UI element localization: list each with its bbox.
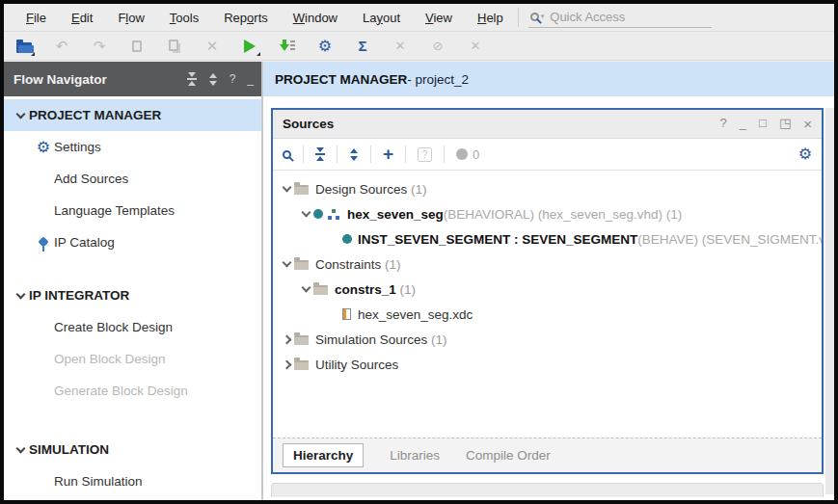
sidebar-item-label: Run Simulation	[54, 474, 143, 489]
collapse-all-icon[interactable]	[315, 153, 325, 155]
flow-navigator-header: Flow Navigator ? _	[4, 62, 261, 96]
tree-row-constrs-1[interactable]: constrs_1 (1)	[273, 277, 822, 302]
tree-row-simulation-sources[interactable]: Simulation Sources (1)	[273, 327, 822, 352]
add-sources-icon[interactable]: +	[383, 145, 393, 163]
main-area: PROJECT MANAGER - project_2 Sources ? _ …	[263, 62, 834, 500]
sidebar-item-label: Language Templates	[54, 203, 175, 218]
sidebar-item-label: Generate Block Design	[54, 384, 188, 398]
delete-button: ✕	[203, 38, 221, 55]
section-label: IP INTEGRATOR	[29, 288, 129, 303]
menu-item-help[interactable]: Help	[465, 7, 516, 29]
sidebar-item-run-simulation[interactable]: Run Simulation	[4, 465, 261, 497]
menu-item-edit[interactable]: Edit	[59, 7, 105, 29]
application-window: File Edit Flow Tools Reports Window Layo…	[0, 0, 838, 504]
chevron-down-icon[interactable]	[282, 183, 291, 193]
close-icon[interactable]: ×	[803, 117, 812, 131]
tab-libraries[interactable]: Libraries	[390, 448, 440, 463]
float-icon[interactable]: ◳	[779, 117, 791, 131]
tree-row-design-sources[interactable]: Design Sources (1)	[273, 176, 822, 201]
menu-label-part: La	[363, 11, 376, 25]
sidebar-item-label: Open Block Design	[54, 352, 166, 366]
sidebar-item-add-sources[interactable]: Add Sources	[4, 163, 261, 195]
folder-icon	[294, 335, 309, 345]
help-icon[interactable]: ?	[230, 72, 236, 86]
sidebar-section-simulation[interactable]: SIMULATION	[4, 434, 261, 465]
minimize-icon[interactable]: _	[247, 72, 254, 86]
ip-catalog-icon	[39, 238, 48, 248]
panel-settings-gear-icon[interactable]: ⚙	[798, 146, 812, 162]
open-folder-icon	[16, 42, 32, 53]
step-button[interactable]	[279, 38, 296, 55]
menu-label-part: out	[383, 11, 400, 25]
expand-all-icon[interactable]	[349, 148, 359, 161]
menu-item-flow[interactable]: Flow	[105, 7, 156, 29]
main-toolbar: ↶ ↷ ✕ ⚙ Σ ✕ ⊘ ✕	[4, 32, 834, 61]
tree-row-constraints[interactable]: Constraints (1)	[273, 252, 822, 277]
page-title-project: - project_2	[407, 72, 469, 87]
sidebar-item-settings[interactable]: ⚙ Settings	[4, 131, 261, 163]
tree-row-utility-sources[interactable]: Utility Sources	[273, 352, 822, 377]
tree-item-label: hex_seven_seg	[347, 207, 444, 222]
menu-label-part: elp	[486, 11, 502, 25]
menu-item-window[interactable]: Window	[281, 7, 350, 29]
sidebar-gap	[4, 407, 261, 434]
expand-all-icon[interactable]	[208, 73, 218, 86]
tab-hierarchy[interactable]: Hierarchy	[283, 443, 364, 467]
menu-item-tools[interactable]: Tools	[157, 7, 211, 29]
quick-access-input[interactable]	[550, 10, 675, 24]
sidebar-section-ip-integrator[interactable]: IP INTEGRATOR	[4, 279, 261, 311]
sidebar-item-language-templates[interactable]: Language Templates	[4, 195, 261, 226]
menu-item-layout[interactable]: Layout	[350, 7, 413, 29]
menu-mnemonic: H	[477, 11, 486, 25]
paste-button	[166, 38, 183, 55]
sources-tree: Design Sources (1) hex_seven_seg(BEHAVIO…	[273, 171, 822, 438]
sidebar-item-create-block-design[interactable]: Create Block Design	[4, 311, 261, 343]
vertical-scrollbar[interactable]	[825, 108, 834, 494]
menu-label-part: dit	[80, 11, 94, 25]
tree-row-inst-seven-segment[interactable]: INST_SEVEN_SEGMENT : SEVEN_SEGMENT(BEHAV…	[273, 226, 822, 252]
tree-row-hex-seven-seg[interactable]: hex_seven_seg(BEHAVIORAL) (hex_seven_seg…	[273, 201, 822, 226]
sources-panel-header[interactable]: Sources ? _ □ ◳ ×	[273, 110, 822, 139]
report-summary-button[interactable]: Σ	[354, 38, 371, 55]
chevron-right-icon[interactable]	[282, 334, 291, 344]
copy-icon	[132, 40, 142, 52]
run-button[interactable]	[241, 38, 258, 55]
page-title: PROJECT MANAGER	[275, 72, 407, 87]
chevron-down-icon[interactable]	[301, 208, 311, 218]
menu-label-part: ools	[176, 11, 199, 25]
edit-tool-button-3: ✕	[467, 38, 484, 55]
sidebar-item-label: Add Sources	[54, 172, 128, 186]
collapse-all-icon[interactable]	[187, 78, 197, 80]
paste-icon	[169, 40, 178, 51]
sidebar-section-project-manager[interactable]: PROJECT MANAGER	[4, 99, 261, 131]
menu-item-file[interactable]: File	[14, 7, 59, 29]
sidebar-item-ip-catalog[interactable]: IP Catalog	[4, 226, 261, 258]
tree-item-label: constrs_1	[335, 282, 396, 297]
tab-compile-order[interactable]: Compile Order	[466, 448, 551, 463]
folder-icon	[294, 260, 309, 270]
chevron-right-icon[interactable]	[282, 359, 291, 369]
open-project-button[interactable]	[15, 38, 33, 55]
tree-row-xdc-file[interactable]: hex_seven_seg.xdc	[273, 302, 822, 327]
tree-item-annotation: (BEHAVIORAL) (hex_seven_seg.vhd) (1)	[444, 207, 682, 222]
menu-item-reports[interactable]: Reports	[211, 7, 281, 29]
folder-icon	[294, 360, 309, 370]
disabled-help-icon: ?	[418, 147, 432, 162]
delete-icon: ✕	[206, 39, 219, 53]
help-icon[interactable]: ?	[720, 117, 727, 131]
menu-item-view[interactable]: View	[413, 7, 465, 29]
search-icon[interactable]	[283, 150, 291, 159]
sidebar-item-label: IP Catalog	[54, 235, 115, 250]
menu-label-part: ow	[128, 11, 145, 25]
search-icon	[530, 13, 539, 21]
tree-item-count: (1)	[427, 332, 446, 347]
chevron-down-icon[interactable]	[282, 258, 291, 268]
quick-access-box[interactable]: ▾	[528, 8, 712, 28]
settings-button[interactable]: ⚙	[316, 38, 334, 55]
sidebar-item-generate-block-design: Generate Block Design	[4, 375, 261, 407]
maximize-icon[interactable]: □	[759, 117, 767, 131]
tree-item-label: INST_SEVEN_SEGMENT : SEVEN_SEGMENT	[358, 232, 637, 247]
sources-panel-title: Sources	[283, 117, 720, 131]
chevron-down-icon[interactable]	[301, 283, 311, 293]
minimize-icon[interactable]: _	[740, 117, 746, 131]
